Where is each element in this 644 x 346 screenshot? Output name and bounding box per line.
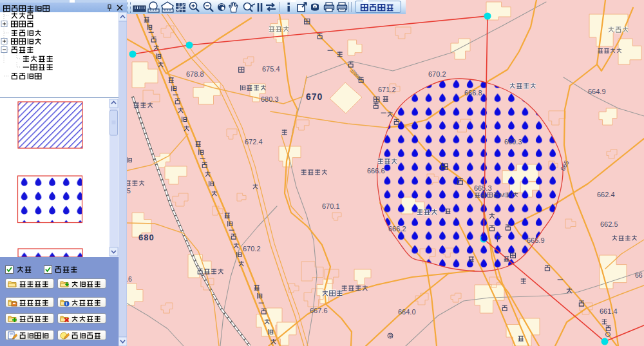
svg-text:.6: .6: [127, 275, 132, 283]
svg-text:662.5: 662.5: [600, 220, 618, 228]
svg-text:664.0: 664.0: [398, 308, 416, 316]
svg-text:662.4: 662.4: [597, 191, 615, 198]
svg-text:675.4: 675.4: [262, 65, 280, 73]
svg-text:678.8: 678.8: [186, 70, 204, 78]
svg-text:680: 680: [138, 233, 155, 242]
svg-text:669.3: 669.3: [504, 138, 522, 146]
svg-text:i: i: [66, 302, 67, 306]
svg-text:至: 至: [388, 334, 393, 338]
svg-text:66: 66: [635, 271, 643, 279]
svg-text:665.9: 665.9: [527, 236, 545, 244]
svg-text:670: 670: [306, 91, 323, 102]
svg-text:665.3: 665.3: [474, 184, 492, 192]
svg-text:661.4: 661.4: [600, 307, 618, 315]
svg-text:666.8: 666.8: [464, 89, 482, 97]
svg-text:`: `: [503, 191, 505, 198]
svg-text:670.2: 670.2: [428, 70, 446, 78]
svg-text:680.3: 680.3: [261, 95, 279, 103]
svg-text:664.9: 664.9: [588, 88, 606, 95]
svg-text:5: 5: [127, 187, 131, 195]
svg-text:666.2: 666.2: [388, 225, 406, 233]
svg-text:667.6: 667.6: [310, 307, 328, 314]
svg-text:670.2: 670.2: [243, 245, 261, 253]
svg-text:671.2: 671.2: [378, 86, 396, 93]
svg-text:670.1: 670.1: [322, 202, 340, 210]
svg-text:672.4: 672.4: [245, 138, 263, 146]
svg-text:666.6: 666.6: [367, 167, 385, 175]
